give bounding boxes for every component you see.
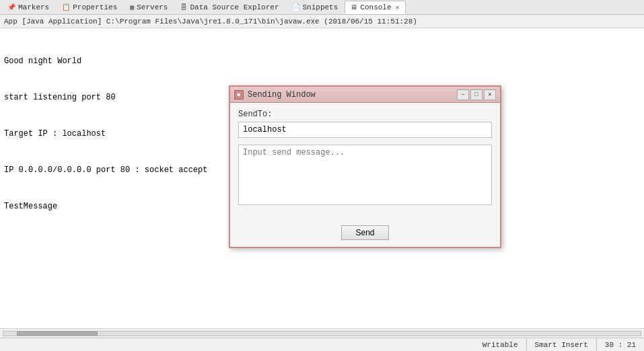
tab-console-label: Console [360,3,391,11]
tab-console-close[interactable]: ✕ [396,3,400,11]
app-title-text: App [Java Application] C:\Program Files\… [4,17,417,26]
scrollbar-thumb[interactable] [17,332,98,336]
dialog-footer: Send [230,221,500,247]
scrollbar-track[interactable] [3,331,641,336]
horizontal-scrollbar[interactable] [0,328,644,338]
tab-bar: 📌 Markers 📋 Properties ▦ Servers 🗄 Data … [0,0,644,15]
position-label: 30 : 21 [605,341,636,349]
app-title-bar: App [Java Application] C:\Program Files\… [0,15,644,28]
dialog-controls: − □ ✕ [457,89,496,100]
dialog-minimize-button[interactable]: − [457,89,469,100]
smart-insert-label: Smart Insert [535,341,588,349]
dialog-title-text: Sending Window [248,90,316,100]
writable-label: Writable [482,341,518,349]
tab-servers[interactable]: ▦ Servers [124,1,174,14]
snippets-icon: 📄 [292,3,300,11]
console-line-1: Good night World [4,55,640,67]
tab-datasource-label: Data Source Explorer [190,3,279,11]
dialog-body: SendTo: [230,103,500,221]
status-smart-insert: Smart Insert [527,338,597,351]
dialog-title-left: ■ Sending Window [234,90,316,100]
main-content: Good night World start listening port 80… [0,28,644,338]
dialog-titlebar: ■ Sending Window − □ ✕ [230,87,500,103]
tab-snippets-label: Snippets [303,3,338,11]
message-textarea[interactable] [238,145,492,205]
tab-servers-label: Servers [137,3,168,11]
bottom-status-bar: Writable Smart Insert 30 : 21 [0,338,644,351]
sendto-input[interactable] [238,122,492,138]
tab-snippets[interactable]: 📄 Snippets [286,1,345,14]
tab-datasource[interactable]: 🗄 Data Source Explorer [174,1,285,14]
tab-markers-label: Markers [18,3,49,11]
tab-properties[interactable]: 📋 Properties [56,1,123,14]
markers-icon: 📌 [7,3,15,11]
datasource-icon: 🗄 [180,3,187,11]
tab-properties-label: Properties [73,3,117,11]
servers-icon: ▦ [130,3,134,11]
dialog-close-button[interactable]: ✕ [484,89,496,100]
console-icon: 🖥 [351,3,357,11]
status-position: 30 : 21 [597,338,644,351]
sending-window-dialog: ■ Sending Window − □ ✕ SendTo: Send [229,85,501,248]
tab-console[interactable]: 🖥 Console ✕ [345,1,405,14]
status-writable: Writable [474,338,527,351]
sendto-label: SendTo: [238,110,492,119]
properties-icon: 📋 [62,3,70,11]
dialog-maximize-button[interactable]: □ [470,89,482,100]
dialog-title-icon: ■ [234,90,244,100]
send-button[interactable]: Send [341,225,388,240]
tab-markers[interactable]: 📌 Markers [1,1,55,14]
